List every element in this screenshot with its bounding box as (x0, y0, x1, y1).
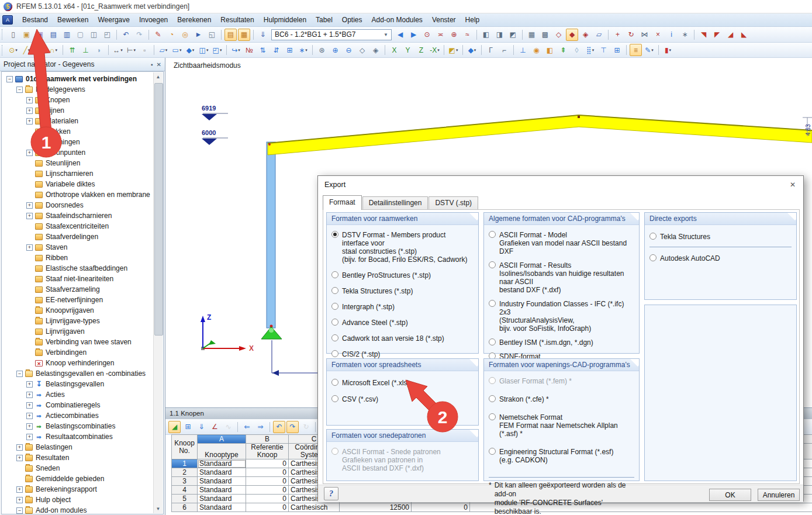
radio-option-advance-steel-stp[interactable]: Advance Steel (*.stp) (331, 319, 474, 327)
deformation-icon[interactable]: ⇞ (557, 44, 569, 56)
dimension-2-icon[interactable]: ⊢▾ (125, 44, 137, 56)
tab-dstv-stp[interactable]: DSTV (.stp) (429, 196, 478, 209)
menu-hulpmiddelen[interactable]: Hulpmiddelen (259, 15, 311, 25)
new-opening-icon[interactable]: ▭▾ (171, 44, 183, 56)
new-file-icon[interactable]: ▯ (7, 29, 19, 41)
collapse-icon[interactable]: − (6, 76, 13, 82)
tree-item-verbinding-van-twee-staven[interactable]: Verbinding van twee staven (2, 337, 163, 347)
radio-option-strakon[interactable]: Strakon (*.cfe) * (489, 395, 634, 403)
row-header-1[interactable]: 1 (172, 459, 198, 468)
panels-icon[interactable]: ⣿▾ (584, 44, 596, 56)
row-header-3[interactable]: 3 (172, 477, 198, 486)
next-table-icon[interactable]: ⇒ (254, 421, 267, 433)
row-header-6[interactable]: 6 (172, 503, 198, 512)
radio-microsoft-excel[interactable] (331, 379, 338, 386)
copy-object-icon[interactable]: ◫▾ (198, 44, 210, 56)
tree-item-lijnen[interactable]: +Lijnen (2, 105, 163, 116)
radio-cadwork[interactable] (331, 334, 338, 341)
tree-item-combinatieregels[interactable]: +⇒Combinatieregels (2, 400, 163, 410)
tree-item-lijnvrijgave-types[interactable]: Lijnvrijgave-types (2, 316, 163, 326)
tree-item-staafverdelingen[interactable]: Staafverdelingen (2, 231, 163, 242)
tree-item-acties[interactable]: +⇒Acties (2, 389, 163, 400)
work-plane-icon[interactable]: ▱ (593, 29, 605, 41)
result-table-icon[interactable]: ⊞ (611, 44, 623, 56)
column-header-1[interactable]: ReferentieKnoop (246, 444, 289, 459)
menu-opties[interactable]: Opties (337, 15, 367, 25)
radio-option-dstv-format[interactable]: DSTV Format - Members product interface … (331, 231, 474, 264)
tree-item-gemiddelde-gebieden[interactable]: Gemiddelde gebieden (2, 473, 163, 484)
tree-item-orthotrope-vlakken-en-membrane[interactable]: Orthotrope vlakken en membrane (2, 189, 163, 200)
cell[interactable]: Standaard (198, 468, 246, 477)
radio-ascii-model[interactable] (489, 231, 496, 238)
radio-option-microsoft-excel[interactable]: Microsoft Excel (*.xls) (331, 379, 474, 387)
tab-detailinstellingen[interactable]: Detailinstellingen (362, 196, 429, 209)
node-dot-apex[interactable] (578, 116, 580, 118)
load-case-combo[interactable]: BC6 - 1.2*BG1 + 1.5*BG7▼ (271, 29, 392, 40)
connect-members-icon[interactable]: ↪▾ (230, 44, 242, 56)
expand-icon[interactable]: + (26, 118, 33, 125)
orbit-icon[interactable]: ⊛ (316, 44, 328, 56)
radio-ascii-results[interactable] (489, 261, 496, 268)
radio-option-esf[interactable]: Engineering Structural Format (*.esf)(e.… (489, 448, 634, 464)
insert-polyline-icon[interactable]: ∿▾ (34, 44, 46, 56)
print-preview-icon[interactable]: ◰ (101, 29, 113, 41)
radio-option-bentley-ism[interactable]: Bentley ISM (*.ism.dgn, *.dgn) (489, 338, 634, 347)
radio-tekla-structures-direct[interactable] (649, 233, 656, 240)
radio-bentley-ism[interactable] (489, 338, 496, 345)
prev-table-icon[interactable]: ⇐ (241, 421, 253, 433)
table-undo-icon[interactable]: ↶ (273, 421, 285, 433)
rotate-view-icon[interactable]: ↻ (625, 29, 637, 41)
radio-option-tekla-structures-stp[interactable]: Tekla Structures (*.stp) (331, 287, 474, 295)
tree-item-staafexcentriciteiten[interactable]: Staafexcentriciteiten (2, 221, 163, 231)
expand-icon[interactable]: + (26, 434, 33, 440)
cell[interactable]: 0 (246, 468, 289, 477)
column-letter-A[interactable]: A (198, 435, 246, 444)
expand-icon[interactable]: + (26, 381, 33, 388)
tree-item-staafeindscharnieren[interactable]: +Staafeindscharnieren (2, 210, 163, 221)
insert-arc-icon[interactable]: ∩▾ (47, 44, 60, 56)
render-transparent-icon[interactable]: ◩ (507, 29, 519, 41)
new-window-icon[interactable]: ◱ (206, 29, 218, 41)
view-x-icon[interactable]: X (388, 44, 400, 56)
scroll-down-icon[interactable]: ▼ (154, 504, 163, 513)
section-1-icon[interactable]: Γ (485, 44, 497, 56)
tree-item-variabele-diktes[interactable]: Variabele diktes (2, 179, 163, 189)
cell[interactable]: 0 (246, 503, 289, 512)
cell[interactable]: Standaard (198, 477, 246, 486)
tree-item-materialen[interactable]: +Materialen (2, 116, 163, 126)
view-y-icon[interactable]: Y (402, 44, 414, 56)
radio-autodesk-autocad[interactable] (649, 254, 656, 261)
tree-item-staafverzameling[interactable]: Staafverzameling (2, 284, 163, 295)
generate-table-icon[interactable]: ⊞ (284, 44, 296, 56)
radio-option-cadwork[interactable]: Cadwork tot aan versie 18 (*.stp) (331, 334, 474, 343)
menu-invoegen[interactable]: Invoegen (134, 15, 172, 25)
target-icon[interactable]: ◎ (179, 29, 191, 41)
mirror-icon[interactable]: ⋈ (638, 29, 651, 41)
expand-icon[interactable]: + (26, 202, 33, 209)
table-view-active-icon[interactable]: ◢ (168, 421, 181, 433)
tree-item-staaf-niet-lineariteiten[interactable]: Staaf niet-lineariteiten (2, 274, 163, 284)
radio-ifc[interactable] (489, 300, 496, 307)
expand-icon[interactable]: + (26, 423, 33, 430)
show-results-icon[interactable]: ⊕ (448, 29, 460, 41)
view-iso-2-icon[interactable]: ◈ (369, 44, 382, 56)
row-header-5[interactable]: 5 (172, 495, 198, 503)
tree-item-knopen[interactable]: +Knopen (2, 95, 163, 105)
radio-advance-steel-stp[interactable] (331, 319, 338, 326)
radio-option-ascii-results[interactable]: ASCII Format - ResultsIsolines/Isobands … (489, 261, 634, 294)
cell[interactable]: 0 (412, 503, 470, 512)
radio-tekla-structures-stp[interactable] (331, 287, 338, 294)
navigator-scrollbar[interactable]: ▲ ▼ (153, 72, 163, 513)
radio-option-bentley-prostructures[interactable]: Bentley ProStructures (*.stp) (331, 271, 474, 279)
zoom-out-icon[interactable]: ⊖ (343, 44, 355, 56)
radio-option-csv[interactable]: CSV (*.csv) (331, 395, 474, 403)
tree-item-doorsnedes[interactable]: +Doorsnedes (2, 200, 163, 210)
radio-option-intergraph[interactable]: Intergraph (*.stp) (331, 303, 474, 311)
radio-csv[interactable] (331, 395, 338, 402)
new-support-icon[interactable]: ⊥ (80, 44, 92, 56)
show-load-values-icon[interactable]: ≍ (434, 29, 447, 41)
tree-item-berekeningsrapport[interactable]: +Berekeningsrapport (2, 484, 163, 495)
prev-load-case-icon[interactable]: ◀ (394, 29, 406, 41)
renumber-icon[interactable]: ⇅ (257, 44, 269, 56)
scrollbar-thumb[interactable] (154, 83, 163, 336)
